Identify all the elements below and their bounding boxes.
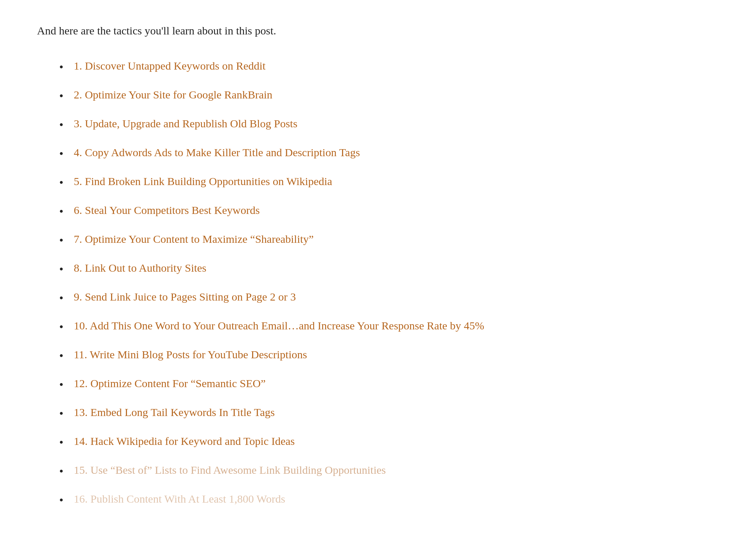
tactic-link-7[interactable]: 7. Optimize Your Content to Maximize “Sh… (74, 231, 314, 247)
list-item: •10. Add This One Word to Your Outreach … (59, 317, 703, 336)
bullet-icon: • (59, 202, 63, 220)
bullet-icon: • (59, 58, 63, 76)
bullet-icon: • (59, 318, 63, 336)
tactic-link-15[interactable]: 15. Use “Best of” Lists to Find Awesome … (74, 462, 386, 478)
tactic-link-13[interactable]: 13. Embed Long Tail Keywords In Title Ta… (74, 404, 275, 420)
bullet-icon: • (59, 462, 63, 480)
list-item: •11. Write Mini Blog Posts for YouTube D… (59, 346, 703, 365)
intro-text: And here are the tactics you'll learn ab… (37, 22, 703, 39)
tactic-link-16[interactable]: 16. Publish Content With At Least 1,800 … (74, 490, 285, 507)
tactic-link-12[interactable]: 12. Optimize Content For “Semantic SEO” (74, 375, 265, 392)
tactic-link-1[interactable]: 1. Discover Untapped Keywords on Reddit (74, 57, 265, 74)
bullet-icon: • (59, 231, 63, 249)
list-item: •1. Discover Untapped Keywords on Reddit (59, 57, 703, 76)
bullet-icon: • (59, 116, 63, 134)
bullet-icon: • (59, 289, 63, 307)
tactic-link-4[interactable]: 4. Copy Adwords Ads to Make Killer Title… (74, 144, 360, 161)
tactic-link-14[interactable]: 14. Hack Wikipedia for Keyword and Topic… (74, 433, 295, 449)
list-item: •4. Copy Adwords Ads to Make Killer Titl… (59, 144, 703, 162)
tactic-link-5[interactable]: 5. Find Broken Link Building Opportuniti… (74, 173, 332, 190)
list-item: •8. Link Out to Authority Sites (59, 259, 703, 278)
bullet-icon: • (59, 87, 63, 105)
list-item: •13. Embed Long Tail Keywords In Title T… (59, 404, 703, 422)
tactics-list: •1. Discover Untapped Keywords on Reddit… (59, 57, 703, 509)
list-item: •14. Hack Wikipedia for Keyword and Topi… (59, 433, 703, 451)
list-item: •9. Send Link Juice to Pages Sitting on … (59, 288, 703, 307)
list-item: •2. Optimize Your Site for Google RankBr… (59, 86, 703, 105)
bullet-icon: • (59, 491, 63, 509)
list-item: •16. Publish Content With At Least 1,800… (59, 490, 703, 509)
tactic-link-8[interactable]: 8. Link Out to Authority Sites (74, 259, 206, 276)
bullet-icon: • (59, 145, 63, 162)
tactic-link-9[interactable]: 9. Send Link Juice to Pages Sitting on P… (74, 288, 296, 305)
bullet-icon: • (59, 347, 63, 365)
tactic-link-11[interactable]: 11. Write Mini Blog Posts for YouTube De… (74, 346, 307, 363)
list-item: •7. Optimize Your Content to Maximize “S… (59, 231, 703, 249)
tactic-link-3[interactable]: 3. Update, Upgrade and Republish Old Blo… (74, 115, 297, 132)
list-item: •6. Steal Your Competitors Best Keywords (59, 202, 703, 220)
list-item: •15. Use “Best of” Lists to Find Awesome… (59, 462, 703, 480)
bullet-icon: • (59, 174, 63, 191)
bullet-icon: • (59, 260, 63, 278)
list-item: •12. Optimize Content For “Semantic SEO” (59, 375, 703, 393)
tactic-link-6[interactable]: 6. Steal Your Competitors Best Keywords (74, 202, 260, 218)
bullet-icon: • (59, 433, 63, 451)
list-item: •3. Update, Upgrade and Republish Old Bl… (59, 115, 703, 134)
tactic-link-10[interactable]: 10. Add This One Word to Your Outreach E… (74, 317, 484, 334)
list-item: •5. Find Broken Link Building Opportunit… (59, 173, 703, 191)
bullet-icon: • (59, 405, 63, 422)
bullet-icon: • (59, 376, 63, 393)
tactic-link-2[interactable]: 2. Optimize Your Site for Google RankBra… (74, 86, 272, 103)
